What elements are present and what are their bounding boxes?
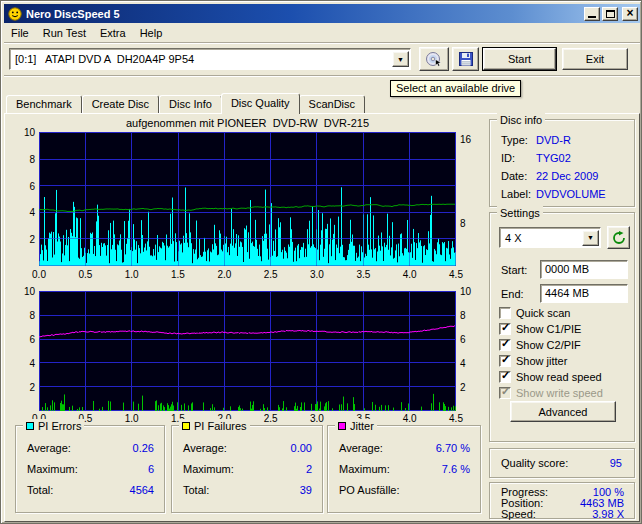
y-tick-label: 6 — [29, 334, 35, 345]
speed-combo-value: 4 X — [500, 232, 582, 244]
checkbox-quick-scan[interactable]: ✓ Quick scan — [499, 306, 570, 320]
jitter-panel-title: Jitter — [335, 419, 377, 432]
refresh-drive-button[interactable] — [607, 226, 630, 249]
minimize-button[interactable] — [584, 7, 600, 21]
checkbox-box: ✓ — [499, 323, 511, 335]
start-button[interactable]: Start — [483, 48, 556, 70]
menu-file[interactable]: File — [4, 25, 36, 41]
end-position-label: End: — [501, 288, 524, 300]
maximum-value: 7.6 % — [442, 463, 470, 475]
x-tick-label: 1.0 — [125, 269, 139, 280]
x-tick-label: 3.0 — [310, 269, 324, 280]
drive-select-combo[interactable]: [0:1] ATAPI DVD A DH20A4P 9P54 ▼ — [9, 48, 411, 70]
app-window: Nero DiscSpeed 5 × File Run Test Extra H… — [0, 0, 642, 524]
start-position-field[interactable]: 0000 MB — [540, 260, 628, 279]
chart-title: aufgenommen mit PIONEER DVD-RW DVR-215 — [39, 117, 456, 129]
maximum-label: Maximum: — [339, 463, 390, 475]
start-position-label: Start: — [501, 264, 527, 276]
end-position-field[interactable]: 4464 MB — [540, 284, 628, 303]
tab-disc-quality[interactable]: Disc Quality — [221, 93, 300, 114]
pi-errors-y-axis-left: 108642 — [7, 132, 35, 266]
checkbox-label: Show jitter — [516, 355, 567, 367]
drive-combo-arrow[interactable]: ▼ — [392, 51, 409, 67]
menu-extra[interactable]: Extra — [93, 25, 133, 41]
save-icon — [458, 51, 474, 67]
tab-benchmark[interactable]: Benchmark — [6, 95, 82, 113]
disc-id-value: TYG02 — [536, 152, 571, 164]
group-title-text: Disc info — [500, 114, 542, 126]
speed-combo-arrow[interactable]: ▼ — [582, 230, 599, 246]
tab-scandisc[interactable]: ScanDisc — [299, 95, 365, 113]
checkbox-show-read-speed[interactable]: ✓ Show read speed — [499, 370, 602, 384]
disc-date-value: 22 Dec 2009 — [536, 170, 598, 182]
disc-label-value: DVDVOLUME — [536, 188, 606, 200]
toolbar-separator — [4, 75, 640, 77]
app-logo-icon — [8, 7, 22, 21]
menu-run-test[interactable]: Run Test — [36, 25, 93, 41]
x-tick-label: 4.0 — [403, 269, 417, 280]
y-tick-label: 4 — [29, 207, 35, 218]
close-button[interactable]: × — [622, 7, 638, 21]
tab-disc-info[interactable]: Disc Info — [159, 95, 222, 113]
checkbox-box: ✓ — [499, 355, 511, 367]
check-icon: ✓ — [501, 321, 510, 334]
checkbox-box: ✓ — [499, 387, 511, 399]
menu-help[interactable]: Help — [133, 25, 170, 41]
speed-combo[interactable]: 4 X ▼ — [499, 227, 601, 248]
x-tick-label: 4.5 — [449, 413, 463, 424]
panel-title-text: PI Failures — [194, 420, 247, 432]
y-tick-label: 2 — [29, 382, 35, 393]
y-tick-label: 2 — [460, 382, 466, 393]
disc-type-value: DVD-R — [536, 134, 571, 146]
y-tick-label: 6 — [29, 180, 35, 191]
x-tick-label: 1.5 — [171, 269, 185, 280]
select-drive-button[interactable] — [419, 47, 449, 71]
drive-combo-value: [0:1] ATAPI DVD A DH20A4P 9P54 — [10, 53, 392, 65]
checkbox-show-c2-pif[interactable]: ✓ Show C2/PIF — [499, 338, 581, 352]
title-bar[interactable]: Nero DiscSpeed 5 × — [4, 4, 640, 23]
x-tick-label: 1.0 — [125, 413, 139, 424]
y-tick-label: 4 — [460, 358, 466, 369]
y-tick-label: 2 — [29, 234, 35, 245]
maximize-button[interactable] — [602, 7, 618, 21]
disc-id-label: ID: — [501, 152, 515, 164]
window-title: Nero DiscSpeed 5 — [26, 8, 580, 20]
window-controls: × — [584, 7, 638, 21]
speed-label: Speed: — [501, 508, 536, 520]
pi-failures-panel-title: PI Failures — [179, 419, 250, 432]
po-failures-label: PO Ausfälle: — [339, 484, 400, 496]
x-tick-label: 4.0 — [403, 413, 417, 424]
chevron-down-icon: ▼ — [397, 56, 404, 63]
x-tick-label: 3.0 — [310, 413, 324, 424]
maximum-value: 2 — [306, 463, 312, 475]
checkbox-box: ✓ — [499, 339, 511, 351]
total-label: Total: — [27, 484, 53, 496]
jitter-panel: Jitter Average: 6.70 % Maximum: 7.6 % PO… — [327, 425, 481, 513]
group-title-text: Settings — [500, 207, 540, 219]
tab-bar: Benchmark Create Disc Disc Info Disc Qua… — [6, 93, 365, 114]
quality-score-value: 95 — [610, 457, 622, 469]
average-value: 0.26 — [133, 442, 154, 454]
checkbox-label: Show C2/PIF — [516, 339, 581, 351]
checkbox-label: Show C1/PIE — [516, 323, 581, 335]
jitter-y-axis-right: 108642 — [458, 291, 486, 411]
average-label: Average: — [339, 442, 383, 454]
disc-icon — [425, 51, 443, 67]
average-label: Average: — [183, 442, 227, 454]
average-label: Average: — [27, 442, 71, 454]
checkbox-label: Quick scan — [516, 307, 570, 319]
checkbox-show-jitter[interactable]: ✓ Show jitter — [499, 354, 567, 368]
average-value: 6.70 % — [436, 442, 470, 454]
exit-button[interactable]: Exit — [562, 48, 628, 70]
y-tick-label: 6 — [460, 334, 466, 345]
total-label: Total: — [183, 484, 209, 496]
total-value: 39 — [300, 484, 312, 496]
tab-create-disc[interactable]: Create Disc — [82, 95, 159, 113]
pi-errors-chart — [39, 132, 456, 266]
checkbox-show-c1-pie[interactable]: ✓ Show C1/PIE — [499, 322, 581, 336]
disc-info-title: Disc info — [497, 113, 545, 126]
total-value: 4564 — [130, 484, 154, 496]
advanced-button[interactable]: Advanced — [510, 401, 616, 422]
maximum-value: 6 — [148, 463, 154, 475]
save-button[interactable] — [452, 47, 479, 71]
